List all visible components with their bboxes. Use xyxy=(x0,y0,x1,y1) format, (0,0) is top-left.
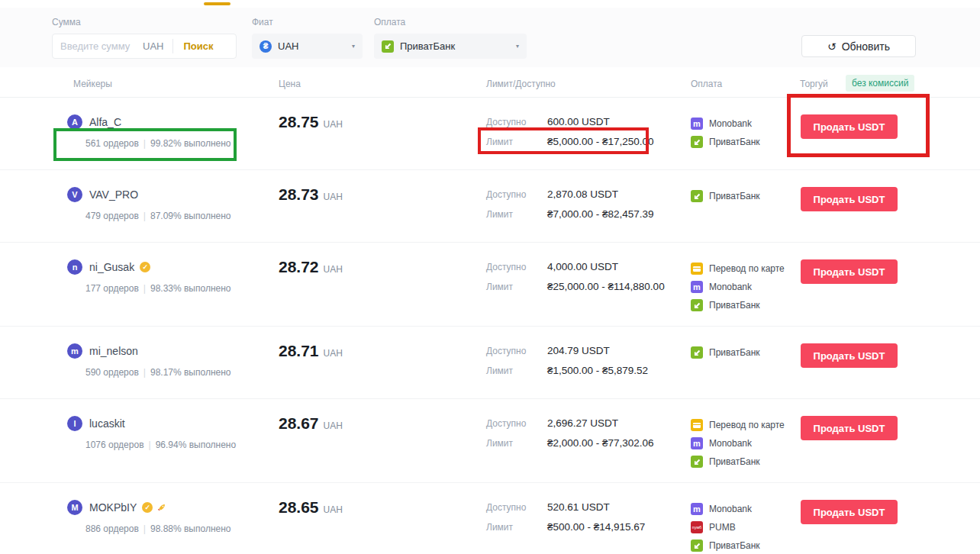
divider: | xyxy=(139,211,150,221)
table-row: A Alfa_C 561 ордеров|99.82% выполнено 28… xyxy=(0,98,980,170)
refresh-button[interactable]: ↺ Обновить xyxy=(801,35,916,57)
limit-value: ₴1,500.00 - ₴5,879.52 xyxy=(547,365,648,376)
amount-input-group[interactable]: UAH Поиск xyxy=(52,34,237,59)
price-currency: UAH xyxy=(324,264,343,275)
maker-name: mi_nelson xyxy=(89,345,138,357)
payment-method: ПриватБанк xyxy=(691,133,760,151)
payment-methods: Перевод по карте mMonobank ПриватБанк xyxy=(691,416,785,471)
sell-usdt-button[interactable]: Продать USDT xyxy=(801,500,898,524)
privatbank-icon xyxy=(691,299,703,311)
privatbank-icon xyxy=(691,456,703,468)
sell-usdt-button[interactable]: Продать USDT xyxy=(801,259,898,284)
orders-count: 590 ордеров xyxy=(85,367,139,378)
available-value: 520.61 USDT xyxy=(547,501,610,513)
privatbank-icon xyxy=(382,40,394,53)
payment-methods: ПриватБанк xyxy=(691,187,760,205)
limit-label: Лимит xyxy=(486,209,547,220)
limit-available: Доступно600.00 USDT Лимит₴5,000.00 - ₴17… xyxy=(486,116,700,147)
pumb-icon xyxy=(691,521,703,533)
limit-available: Доступно4,000.00 USDT Лимит₴25,000.00 - … xyxy=(486,261,700,292)
monobank-icon: m xyxy=(691,281,703,293)
completion-rate: 87.09% выполнено xyxy=(150,211,231,221)
price: 28.65UAH xyxy=(279,498,343,517)
limit-label: Лимит xyxy=(486,282,547,292)
orders-count: 886 ордеров xyxy=(85,523,139,534)
completion-rate: 98.88% выполнено xyxy=(150,523,231,534)
header-trade: Торгуй xyxy=(800,79,828,89)
maker-stats: 886 ордеров|98.88% выполнено xyxy=(85,523,231,534)
divider: | xyxy=(139,138,150,149)
maker-stats: 561 ордеров|99.82% выполнено xyxy=(85,138,231,149)
uah-coin-icon: ₴ xyxy=(260,40,272,53)
available-label: Доступно xyxy=(486,117,547,127)
payment-method: ПриватБанк xyxy=(691,536,760,554)
refresh-icon: ↺ xyxy=(827,40,837,53)
payment-methods: mMonobank PUMB ПриватБанк xyxy=(691,500,760,554)
avatar: A xyxy=(67,114,82,130)
orders-count: 561 ордеров xyxy=(85,138,139,149)
payment-method: ПриватБанк xyxy=(691,187,760,205)
available-label: Доступно xyxy=(486,262,547,272)
payment-method: Перевод по карте xyxy=(691,416,785,434)
table-row: m mi_nelson 590 ордеров|98.17% выполнено… xyxy=(0,327,980,399)
maker-stats: 177 ордеров|98.33% выполнено xyxy=(85,283,231,294)
avatar: M xyxy=(67,500,82,515)
price-currency: UAH xyxy=(324,192,343,202)
completion-rate: 99.82% выполнено xyxy=(150,138,231,149)
orders-count: 479 ордеров xyxy=(85,211,139,221)
maker-link[interactable]: l lucaskit xyxy=(67,416,125,431)
limit-label: Лимит xyxy=(486,438,547,449)
chevron-down-icon: ▾ xyxy=(516,43,519,50)
maker-link[interactable]: n ni_Gusak ✓ xyxy=(67,259,150,275)
maker-link[interactable]: m mi_nelson xyxy=(67,343,138,359)
search-button[interactable]: Поиск xyxy=(173,34,223,58)
amount-input[interactable] xyxy=(53,40,143,52)
completion-rate: 96.94% выполнено xyxy=(156,440,237,450)
verified-badge-icon: ✓ xyxy=(140,262,150,272)
privatbank-icon xyxy=(691,190,703,202)
sell-usdt-button[interactable]: Продать USDT xyxy=(801,343,898,368)
fiat-select[interactable]: ₴ UAH ▾ xyxy=(252,34,363,59)
payment-label: Оплата xyxy=(374,17,405,27)
maker-name: MOKPbIY xyxy=(89,501,137,514)
amount-currency-suffix: UAH xyxy=(143,40,172,52)
payment-select[interactable]: ПриватБанк ▾ xyxy=(374,34,527,59)
limit-available: Доступно2,696.27 USDT Лимит₴2,000.00 - ₴… xyxy=(486,417,700,449)
sell-usdt-button[interactable]: Продать USDT xyxy=(801,187,898,211)
sell-usdt-button[interactable]: Продать USDT xyxy=(801,114,898,139)
header-limit-available: Лимит/Доступно xyxy=(486,79,556,89)
amount-label: Сумма xyxy=(52,17,81,27)
active-tab-indicator xyxy=(204,2,230,5)
payment-methods: mMonobank ПриватБанк xyxy=(691,114,760,151)
available-value: 2,696.27 USDT xyxy=(547,417,618,429)
payment-method: ПриватБанк xyxy=(691,296,785,314)
payment-method: mMonobank xyxy=(691,434,785,453)
sell-usdt-button[interactable]: Продать USDT xyxy=(801,416,898,440)
available-label: Доступно xyxy=(486,418,547,429)
payment-select-value: ПриватБанк xyxy=(400,40,455,52)
payment-method: PUMB xyxy=(691,518,760,536)
rocket-icon xyxy=(156,503,166,513)
price: 28.67UAH xyxy=(279,414,343,433)
payment-methods: ПриватБанк xyxy=(691,343,760,362)
maker-name: ni_Gusak xyxy=(89,261,134,273)
payment-method: mMonobank xyxy=(691,500,760,518)
monobank-icon: m xyxy=(691,503,703,515)
limit-value: ₴500.00 - ₴14,915.67 xyxy=(547,521,645,533)
completion-rate: 98.33% выполнено xyxy=(150,283,231,294)
maker-link[interactable]: M MOKPbIY ✓ xyxy=(67,500,166,515)
payment-methods: Перевод по карте mMonobank ПриватБанк xyxy=(691,259,785,314)
orders-count: 1076 ордеров xyxy=(85,440,144,450)
divider: | xyxy=(144,440,156,450)
limit-available: Доступно520.61 USDT Лимит₴500.00 - ₴14,9… xyxy=(486,501,700,533)
avatar: V xyxy=(67,187,82,202)
fiat-label: Фиат xyxy=(252,17,273,27)
header-makers: Мейкеры xyxy=(73,79,112,89)
limit-label: Лимит xyxy=(486,522,547,533)
maker-link[interactable]: A Alfa_C xyxy=(67,114,121,130)
maker-link[interactable]: V VAV_PRO xyxy=(67,187,138,202)
payment-method: Перевод по карте xyxy=(691,259,785,278)
divider: | xyxy=(139,523,150,534)
limit-value: ₴2,000.00 - ₴77,302.06 xyxy=(547,437,654,449)
privatbank-icon xyxy=(691,346,703,359)
